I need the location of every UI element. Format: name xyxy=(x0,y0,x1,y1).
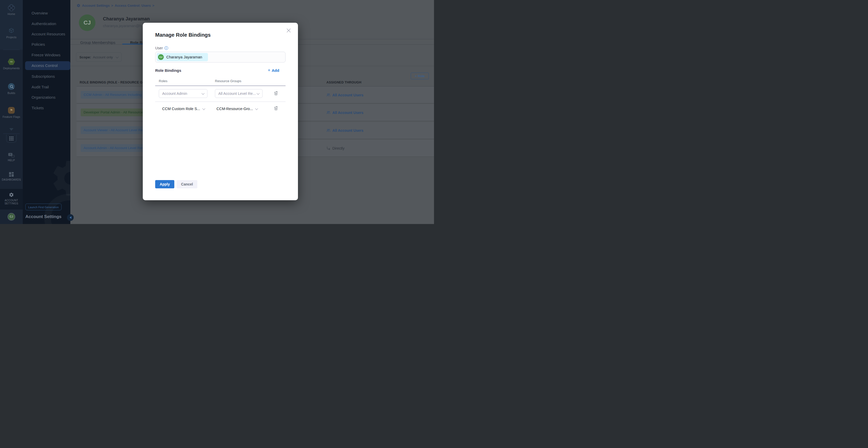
rail-item-label: DASHBOARDS xyxy=(0,178,23,181)
info-icon[interactable]: i xyxy=(164,46,168,50)
sidebar-collapse-button[interactable] xyxy=(67,214,74,221)
app-window: Home Projects Deployments Builds Feature… xyxy=(0,0,434,224)
assigned-through-value: Directly xyxy=(327,140,344,157)
sidebar-item-home[interactable]: Home xyxy=(0,4,23,15)
sidebar-item-access-control[interactable]: Access Control xyxy=(25,61,70,70)
sidebar-item-freeze-windows[interactable]: Freeze Windows xyxy=(23,50,70,60)
gear-icon xyxy=(9,192,14,197)
assigned-through-link[interactable]: All Account Users xyxy=(327,87,363,104)
user-group-icon xyxy=(327,128,331,133)
rail-item-label: Deployments xyxy=(0,67,23,70)
user-input[interactable]: CJ Charanya Jayaraman xyxy=(155,52,285,63)
user-avatar-rail[interactable]: CJ xyxy=(0,213,23,221)
sidebar-item-authentication[interactable]: Authentication xyxy=(23,20,70,28)
rail-item-label: Builds xyxy=(0,92,23,95)
chevron-down-icon xyxy=(255,107,258,110)
sidebar-item-projects[interactable]: Projects xyxy=(0,27,23,39)
rail-item-label: Projects xyxy=(0,36,23,39)
user-group-icon xyxy=(327,111,331,115)
scope-filter-dropdown[interactable]: Scope: Account only xyxy=(76,53,122,62)
resource-groups-column-label: Resource Groups xyxy=(215,79,241,83)
sidebar-item-account-settings[interactable]: ACCOUNT SETTINGS xyxy=(0,192,23,205)
sidebar-item-policies[interactable]: Policies xyxy=(23,40,70,49)
sidebar-item-account-resources[interactable]: Account Resources xyxy=(23,30,70,38)
page-title-user-name: Charanya Jayaraman xyxy=(103,16,150,22)
delete-binding-icon[interactable] xyxy=(273,91,279,96)
directly-arrow-icon xyxy=(327,146,331,150)
role-bindings-section-heading: Role Bindings xyxy=(155,68,181,73)
module-picker-button[interactable] xyxy=(0,135,23,143)
help-chat-icon xyxy=(8,153,14,157)
role-binding-chip[interactable]: CCM Admin - All Resources Including Chil xyxy=(81,91,151,99)
add-role-binding-button[interactable]: + Add xyxy=(268,68,279,73)
user-chip[interactable]: CJ Charanya Jayaraman xyxy=(157,53,208,61)
dashboards-icon xyxy=(9,172,14,177)
chevron-down-icon xyxy=(256,92,259,95)
roles-column-label: Roles xyxy=(159,79,167,83)
manage-role-bindings-modal: Manage Role Bindings User i CJ Charanya … xyxy=(143,23,298,200)
resource-group-select[interactable]: CCM-Resource-Gro... xyxy=(216,104,258,113)
breadcrumb-link[interactable]: Access Control: Users xyxy=(115,4,151,7)
module-rail: Home Projects Deployments Builds Feature… xyxy=(0,0,23,224)
delete-binding-icon[interactable] xyxy=(273,105,279,111)
assigned-through-link[interactable]: All Account Users xyxy=(327,104,363,121)
chevron-left-icon xyxy=(69,216,71,219)
avatar: CJ xyxy=(7,213,15,221)
chevron-down-icon xyxy=(202,92,204,95)
resource-group-select-disabled[interactable]: All Account Level Re... xyxy=(215,89,262,98)
gear-icon xyxy=(76,4,81,7)
rail-item-label: Feature Flags xyxy=(0,115,23,118)
rail-item-label: Home xyxy=(0,12,23,15)
sidebar-item-builds[interactable]: Builds xyxy=(0,83,23,95)
sidebar-item-organizations[interactable]: Organizations xyxy=(23,93,70,102)
sidebar-item-help[interactable]: HELP xyxy=(0,153,23,162)
sidebar-item-subscriptions[interactable]: Subscriptions xyxy=(23,72,70,81)
plus-icon: + xyxy=(268,68,271,72)
sidebar-item-feature-flags[interactable]: Feature Flags xyxy=(0,107,23,118)
column-header-assigned-through: ASSIGNED THROUGH xyxy=(327,80,361,84)
rail-item-label: ACCOUNT SETTINGS xyxy=(0,199,23,205)
rail-divider xyxy=(3,134,20,134)
close-icon[interactable] xyxy=(286,28,291,33)
scope-label: Scope: xyxy=(80,55,91,59)
rail-more-chevron[interactable] xyxy=(0,128,23,131)
tab-group-memberships[interactable]: Group Memberships xyxy=(80,40,115,45)
breadcrumb-separator: > xyxy=(152,4,154,7)
cube-icon xyxy=(8,27,15,34)
role-binding-chip[interactable]: Developer Portal Admin - All Resources I… xyxy=(81,108,151,116)
rail-item-label: HELP xyxy=(0,159,23,162)
role-select[interactable]: CCM Custom Role S... xyxy=(162,104,205,113)
module-grid-icon xyxy=(6,135,17,143)
assigned-through-link[interactable]: All Account Users xyxy=(327,122,363,139)
modal-title: Manage Role Bindings xyxy=(155,32,211,38)
cancel-button[interactable]: Cancel xyxy=(177,180,197,188)
avatar: CJ xyxy=(158,54,164,60)
sidebar-item-dashboards[interactable]: DASHBOARDS xyxy=(0,172,23,181)
role-select-disabled[interactable]: Account Admin xyxy=(159,89,208,98)
role-binding-chip[interactable]: Account Admin - All Account Level Resour xyxy=(81,144,151,152)
user-field-label: User i xyxy=(155,46,168,50)
sidebar-item-tickets[interactable]: Tickets xyxy=(23,104,70,112)
settings-sidebar: Overview Authentication Account Resource… xyxy=(23,0,70,224)
rail-divider xyxy=(3,49,20,50)
table-header-divider xyxy=(155,85,285,86)
builds-icon xyxy=(8,83,15,90)
chevron-down-icon xyxy=(9,128,13,131)
chevron-down-icon xyxy=(202,107,205,110)
home-icon xyxy=(7,3,16,12)
sidebar-item-audit-trail[interactable]: Audit Trail xyxy=(23,83,70,92)
sidebar-item-deployments[interactable]: Deployments xyxy=(0,58,23,70)
role-binding-chip[interactable]: Account Viewer - All Account Level Resou xyxy=(81,126,151,134)
sidebar-footer-heading: Account Settings xyxy=(25,214,62,219)
user-email: charanya.jayaraman@h xyxy=(103,24,142,28)
avatar: CJ xyxy=(79,14,95,31)
launch-first-generation-button[interactable]: Launch First Generation xyxy=(25,204,62,210)
apply-button[interactable]: Apply xyxy=(155,180,174,188)
deployments-icon xyxy=(8,58,15,65)
breadcrumb-separator: > xyxy=(111,4,113,7)
breadcrumb-link[interactable]: Account Settings xyxy=(82,4,110,7)
add-role-button[interactable]: + Role xyxy=(411,73,429,79)
sidebar-item-overview[interactable]: Overview xyxy=(23,9,70,18)
chevron-down-icon xyxy=(116,55,119,58)
feature-flags-icon xyxy=(8,107,15,114)
